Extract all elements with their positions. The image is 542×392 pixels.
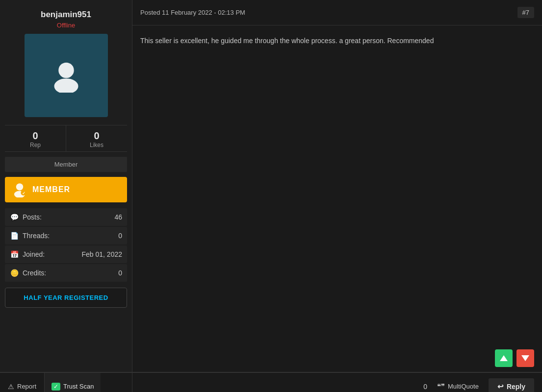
multiquote-button[interactable]: ❝❞ MultiQuote	[437, 382, 479, 391]
member-badge-text: MEMBER	[32, 185, 70, 194]
threads-row: 📄 Threads: 0	[5, 227, 127, 245]
user-status: Offline	[57, 22, 75, 29]
rep-likes-row: 0 Rep 0 Likes	[5, 125, 127, 152]
posts-value: 46	[114, 213, 122, 221]
avatar-image	[49, 58, 83, 93]
downvote-icon	[521, 354, 530, 363]
bottom-bar: ⚠ Report ✓ Trust Scan 0 ❝❞ MultiQuote ↩ …	[0, 372, 542, 392]
svg-point-0	[58, 63, 74, 78]
svg-marker-7	[521, 355, 529, 361]
reply-button[interactable]: ↩ Reply	[489, 378, 534, 392]
joined-icon: 📅	[10, 250, 19, 259]
member-role-label: Member	[5, 157, 127, 172]
post-date: Posted 11 February 2022 - 02:13 PM	[140, 9, 245, 16]
credits-label: Credits:	[23, 269, 114, 277]
threads-label: Threads:	[23, 232, 114, 240]
post-text: This seller is excellent, he guided me t…	[140, 35, 534, 46]
posts-label: Posts:	[23, 213, 110, 221]
trust-scan-button[interactable]: ✓ Trust Scan	[45, 373, 101, 392]
likes-value: 0	[94, 130, 99, 142]
member-badge: ✓ MEMBER	[5, 177, 127, 202]
rep-label: Rep	[30, 142, 41, 148]
trust-scan-label: Trust Scan	[63, 383, 94, 390]
joined-value: Feb 01, 2022	[81, 250, 122, 258]
half-year-badge: HALF YEAR REGISTERED	[5, 288, 127, 308]
joined-label: Joined:	[23, 250, 77, 258]
post-header: Posted 11 February 2022 - 02:13 PM #7	[132, 0, 542, 25]
rep-box: 0 Rep	[5, 125, 66, 151]
credits-row: 🪙 Credits: 0	[5, 264, 127, 282]
post-content: Posted 11 February 2022 - 02:13 PM #7 Th…	[132, 0, 542, 372]
svg-marker-6	[500, 355, 508, 361]
svg-point-2	[16, 183, 23, 190]
avatar	[25, 34, 108, 117]
post-body: This seller is excellent, he guided me t…	[132, 25, 542, 344]
threads-icon: 📄	[10, 231, 19, 240]
report-label: Report	[17, 383, 36, 390]
report-icon: ⚠	[8, 383, 14, 391]
upvote-button[interactable]	[495, 349, 513, 367]
reply-label: Reply	[507, 383, 525, 391]
report-button[interactable]: ⚠ Report	[0, 373, 45, 392]
vote-buttons	[132, 344, 542, 372]
bottom-left-actions: ⚠ Report ✓ Trust Scan	[0, 373, 132, 392]
post-number: #7	[517, 7, 534, 18]
multiquote-label: MultiQuote	[448, 383, 479, 390]
info-rows: 💬 Posts: 46 📄 Threads: 0 📅 Joined: Feb 0…	[5, 208, 127, 282]
multiquote-icon: ❝❞	[437, 382, 445, 391]
reply-icon: ↩	[497, 382, 504, 391]
joined-row: 📅 Joined: Feb 01, 2022	[5, 245, 127, 263]
threads-value: 0	[118, 232, 122, 240]
svg-text:✓: ✓	[22, 191, 26, 196]
likes-box: 0 Likes	[66, 125, 127, 151]
rep-value: 0	[32, 130, 38, 142]
user-sidebar: benjamin951 Offline 0 Rep 0 Likes Member	[0, 0, 132, 372]
username: benjamin951	[41, 10, 91, 20]
trust-scan-check-icon: ✓	[52, 383, 60, 391]
downvote-button[interactable]	[516, 349, 534, 367]
posts-icon: 💬	[10, 213, 19, 221]
bottom-right-actions: 0 ❝❞ MultiQuote ↩ Reply	[132, 378, 542, 392]
member-badge-icon: ✓	[12, 182, 27, 197]
posts-row: 💬 Posts: 46	[5, 208, 127, 226]
credits-icon: 🪙	[10, 269, 19, 277]
svg-point-1	[54, 78, 78, 93]
credits-value: 0	[118, 269, 122, 277]
upvote-icon	[499, 354, 508, 363]
likes-label: Likes	[90, 142, 103, 148]
post-vote-count: 0	[423, 383, 427, 391]
